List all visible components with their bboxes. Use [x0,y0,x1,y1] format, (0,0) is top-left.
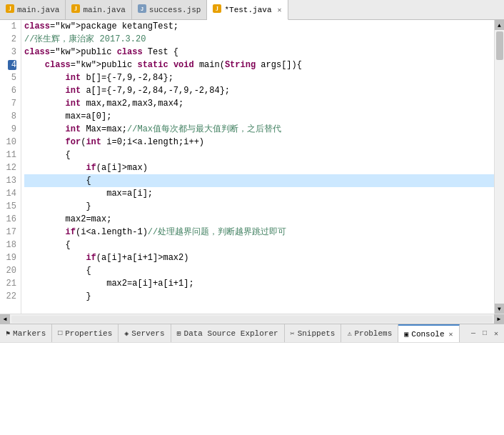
line-number-22: 22 [0,290,16,303]
code-line-9: int Max=max;//Max值每次都与最大值判断，之后替代 [24,123,494,136]
editor-area: 12345678910111213141516171819202122 clas… [0,20,504,314]
line-number-19: 19 [0,251,16,264]
vertical-scrollbar[interactable]: ▲ ▼ [494,20,504,314]
line-number-15: 15 [0,200,16,213]
code-content[interactable]: class="kw">package ketangTest;//张生辉，康治家 … [21,20,494,314]
editor-tab-bar: Jmain.javaJmain.javaJsuccess.jspJ*Test.j… [0,0,504,20]
line-number-10: 10 [0,136,16,149]
tab-success[interactable]: Jsuccess.jsp [132,0,208,19]
line-number-1: 1 [0,20,16,33]
bottom-tab-markers[interactable]: ⚑Markers [0,324,52,342]
code-line-20: { [24,264,494,277]
bottom-tab-icon-problems: ⚠ [347,329,351,338]
code-line-13: { [24,174,494,187]
line-number-13: 13 [0,174,16,187]
tab-label-success: success.jsp [149,6,201,14]
svg-text:J: J [74,6,77,12]
code-line-1: class="kw">package ketangTest; [24,20,494,33]
tab-label-main2: main.java [83,6,125,14]
bottom-tab-label-markers: Markers [13,329,46,338]
scroll-left-arrow[interactable]: ◀ [0,314,10,324]
line-number-20: 20 [0,264,16,277]
bottom-tab-bar: ⚑Markers□Properties◈Servers⊞Data Source … [0,324,504,342]
panel-minimize-button[interactable]: — [468,329,478,339]
tab-icon-main2: J [71,4,80,15]
code-line-5: int b[]={-7,9,-2,84}; [24,71,494,84]
bottom-tab-servers[interactable]: ◈Servers [119,324,171,342]
code-line-7: int max,max2,max3,max4; [24,97,494,110]
code-line-3: class="kw">public class Test { [24,46,494,59]
line-number-5: 5 [0,71,16,84]
code-line-2: //张生辉，康治家 2017.3.20 [24,33,494,46]
scroll-right-arrow[interactable]: ▶ [494,314,504,324]
line-number-7: 7 [0,97,16,110]
bottom-tab-properties[interactable]: □Properties [52,324,119,342]
bottom-tab-snippets[interactable]: ✂Snippets [285,324,342,342]
line-number-21: 21 [0,277,16,290]
line-number-17: 17 [0,226,16,239]
svg-text:J: J [216,6,218,12]
tab-label-test: *Test.java [224,6,271,14]
code-line-17: if(i<a.length-1)//处理越界问题，判断越界跳过即可 [24,226,494,239]
bottom-tab-label-problems: Problems [354,329,392,338]
line-numbers: 12345678910111213141516171819202122 [0,20,21,314]
panel-maximize-button[interactable]: □ [480,329,490,339]
code-line-21: max2=a[i]+a[i+1]; [24,277,494,290]
panel-controls: —□✕ [468,329,504,339]
scroll-up-arrow[interactable]: ▲ [495,20,505,30]
scroll-thumb[interactable] [496,31,503,60]
tab-main1[interactable]: Jmain.java [0,0,66,19]
tab-icon-success: J [138,4,146,15]
bottom-tab-icon-datasource: ⊞ [177,329,181,338]
code-line-22: } [24,290,494,303]
line-number-6: 6 [0,84,16,97]
code-line-14: max=a[i]; [24,187,494,200]
tab-label-main1: main.java [17,6,59,14]
line-number-12: 12 [0,161,16,174]
h-scroll-track[interactable] [11,316,493,323]
tab-main2[interactable]: Jmain.java [66,0,131,19]
bottom-tab-close-console[interactable]: ✕ [449,330,453,339]
line-number-11: 11 [0,149,16,161]
console-panel [0,342,504,435]
console-cursor-line [4,344,500,356]
line-number-16: 16 [0,213,16,226]
code-line-8: max=a[0]; [24,110,494,123]
line-number-8: 8 [0,110,16,123]
bottom-tab-icon-console: ▣ [404,330,408,339]
bottom-tab-icon-markers: ⚑ [6,329,10,338]
line-number-3: 3 [0,46,16,59]
tab-close-test[interactable]: ✕ [277,6,281,14]
code-line-4: class="kw">public static void main(Strin… [24,59,494,71]
bottom-tab-problems[interactable]: ⚠Problems [341,324,398,342]
code-line-18: { [24,239,494,251]
bottom-tab-console[interactable]: ▣Console✕ [398,324,459,342]
svg-text:J: J [141,6,143,11]
code-line-16: max2=max; [24,213,494,226]
bottom-tab-icon-servers: ◈ [124,329,128,338]
bottom-tab-label-snippets: Snippets [298,329,336,338]
line-number-2: 2 [0,33,16,46]
line-number-14: 14 [0,187,16,200]
tab-test[interactable]: J*Test.java✕ [207,0,288,20]
bottom-tab-label-datasource: Data Source Explorer [184,329,278,338]
code-line-6: int a[]={-7,9,-2,84,-7,9,-2,84}; [24,84,494,97]
bottom-tab-datasource[interactable]: ⊞Data Source Explorer [171,324,285,342]
svg-text:J: J [9,6,11,12]
panel-close-button[interactable]: ✕ [491,329,501,339]
bottom-tab-label-servers: Servers [131,329,164,338]
scroll-down-arrow[interactable]: ▼ [495,304,505,314]
code-line-12: if(a[i]>max) [24,161,494,174]
horizontal-scrollbar[interactable]: ◀ ▶ [0,314,504,324]
code-line-19: if(a[i]+a[i+1]>max2) [24,251,494,264]
code-line-10: for(int i=0;i<a.length;i++) [24,136,494,149]
code-line-11: { [24,149,494,161]
bottom-tab-label-console: Console [411,330,444,339]
code-line-15: } [24,200,494,213]
bottom-tab-icon-properties: □ [58,329,62,337]
tab-icon-test: J [213,4,221,15]
line-number-9: 9 [0,123,16,136]
bottom-tab-label-properties: Properties [65,329,112,338]
bottom-tab-icon-snippets: ✂ [291,329,295,338]
line-number-4: 4 [0,59,16,71]
